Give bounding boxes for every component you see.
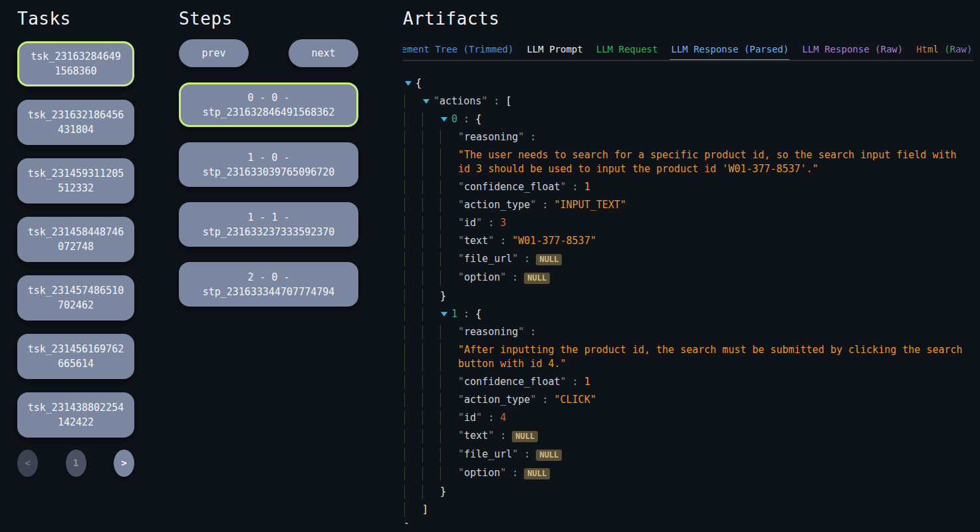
indent-guide: [422, 198, 440, 212]
indent-guide: [440, 198, 458, 212]
json-line-content: }: [440, 289, 446, 303]
json-line-content: "action_type" : "INPUT_TEXT": [458, 198, 626, 212]
indent-guide: [422, 343, 440, 371]
json-line: "file_url" : NULL: [404, 250, 973, 269]
pagination-next-button[interactable]: >: [114, 450, 134, 477]
json-line: 1 : {: [404, 305, 973, 323]
indent-guide: [422, 234, 440, 248]
null-badge: NULL: [524, 273, 550, 284]
pagination-page-button[interactable]: 1: [66, 450, 86, 477]
json-line: }: [404, 519, 973, 524]
null-badge: NULL: [512, 431, 538, 442]
json-line-content: "file_url" : NULL: [458, 252, 562, 267]
step-button[interactable]: 1 - 0 - stp_231633039765096720: [179, 142, 358, 187]
task-button[interactable]: tsk_231438802254142422: [17, 392, 134, 438]
json-line: }: [404, 483, 973, 501]
indent-guide: [422, 393, 440, 407]
task-button[interactable]: tsk_231632846491568360: [17, 41, 134, 86]
indent-guide: [422, 429, 440, 444]
json-line-content: "id" : 4: [458, 411, 506, 425]
json-line: ]: [404, 501, 973, 519]
indent-guide: [440, 234, 458, 248]
indent-guide: [404, 375, 422, 389]
step-button[interactable]: 1 - 1 - stp_231633237333592370: [179, 202, 358, 247]
json-line-content: "action_type" : "CLICK": [458, 393, 596, 407]
artifacts-panel: Artifacts Element Tree (Trimmed)LLM Prom…: [403, 9, 973, 532]
indent-guide: [404, 130, 422, 144]
indent-guide: [440, 448, 458, 462]
task-button[interactable]: tsk_231456169762665614: [17, 334, 134, 379]
json-line-content: "reasoning" :: [458, 130, 542, 144]
indent-guide: [440, 325, 458, 339]
json-line-content: "file_url" : NULL: [458, 448, 562, 462]
indent-guide: [422, 252, 440, 267]
indent-guide: [404, 252, 422, 267]
indent-guide: [422, 216, 440, 230]
indent-guide: [422, 325, 440, 339]
tasks-pagination: < 1 >: [17, 450, 134, 477]
prev-step-button[interactable]: prev: [179, 39, 249, 67]
json-line-content: "text" : NULL: [458, 429, 538, 444]
indent-guide: [404, 271, 422, 285]
json-line: "action_type" : "CLICK": [404, 391, 973, 409]
tab-llm-response-parsed[interactable]: LLM Response (Parsed): [671, 44, 789, 60]
collapse-arrow-icon[interactable]: [440, 307, 451, 321]
step-list: 0 - 0 - stp_2316328464915683621 - 0 - st…: [179, 82, 358, 307]
indent-guide: [440, 252, 458, 267]
tab-llm-prompt[interactable]: LLM Prompt: [527, 44, 582, 60]
indent-guide: [422, 148, 440, 176]
task-list: tsk_231632846491568360tsk_23163218645643…: [17, 41, 134, 438]
indent-guide: [440, 271, 458, 285]
json-line-content: "confidence_float" : 1: [458, 180, 590, 194]
indent-guide: [422, 289, 440, 303]
indent-guide: [440, 216, 458, 230]
json-line: {: [404, 74, 973, 92]
step-button[interactable]: 0 - 0 - stp_231632846491568362: [179, 82, 358, 127]
indent-guide: [422, 271, 440, 285]
indent-guide: [440, 466, 458, 481]
indent-guide: [404, 466, 422, 481]
json-line: "file_url" : NULL: [404, 446, 973, 464]
step-button[interactable]: 2 - 0 - stp_231633344707774794: [179, 262, 358, 307]
pagination-prev-button[interactable]: <: [17, 450, 38, 477]
indent-guide: [440, 148, 458, 176]
artifact-tabs: Element Tree (Trimmed)LLM PromptLLM Requ…: [403, 44, 973, 61]
indent-guide: [440, 180, 458, 194]
tab-llm-response-raw[interactable]: LLM Response (Raw): [802, 44, 903, 60]
tab-element-tree-trimmed[interactable]: Element Tree (Trimmed): [403, 44, 513, 60]
indent-guide: [422, 375, 440, 389]
indent-guide: [404, 448, 422, 462]
task-button[interactable]: tsk_231459311205512332: [17, 158, 134, 203]
json-line-content: }: [440, 485, 446, 499]
task-button[interactable]: tsk_231458448746072748: [17, 217, 134, 262]
tab-llm-request[interactable]: LLM Request: [596, 44, 658, 60]
indent-guide: [404, 393, 422, 407]
indent-guide: [404, 325, 422, 339]
json-viewer[interactable]: {"actions" : [0 : {"reasoning" : "The us…: [403, 74, 973, 524]
json-line-content: "option" : NULL: [458, 466, 550, 481]
null-badge: NULL: [524, 468, 550, 479]
task-button[interactable]: tsk_231632186456431804: [17, 100, 134, 145]
collapse-arrow-icon[interactable]: [440, 112, 451, 126]
indent-guide: [404, 112, 422, 126]
collapse-arrow-icon[interactable]: [404, 76, 416, 90]
json-line-content: "After inputting the product id, the sea…: [458, 343, 973, 371]
tab-html-raw[interactable]: Html (Raw): [916, 44, 972, 60]
json-line: "id" : 3: [404, 214, 973, 232]
json-line-content: "text" : "W01-377-8537": [458, 234, 596, 248]
indent-guide: [422, 130, 440, 144]
json-line-content: }: [404, 521, 410, 524]
indent-guide: [404, 503, 422, 517]
collapse-arrow-icon[interactable]: [422, 94, 433, 108]
json-line: "reasoning" :: [404, 323, 973, 341]
json-line: "confidence_float" : 1: [404, 178, 973, 196]
json-line: }: [404, 287, 973, 305]
next-step-button[interactable]: next: [289, 39, 358, 67]
task-button[interactable]: tsk_231457486510702462: [17, 275, 134, 321]
indent-guide: [422, 448, 440, 462]
step-nav: prev next: [179, 39, 358, 67]
json-line: "option" : NULL: [404, 269, 973, 287]
indent-guide: [404, 180, 422, 194]
indent-guide: [404, 216, 422, 230]
json-line-content: "id" : 3: [458, 216, 506, 230]
